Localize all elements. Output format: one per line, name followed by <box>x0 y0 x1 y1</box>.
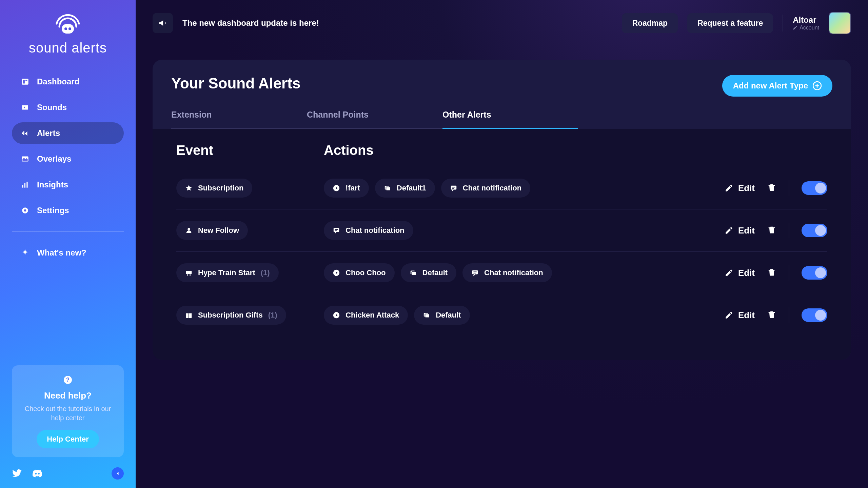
play-icon <box>333 269 340 277</box>
tab-extension[interactable]: Extension <box>171 104 307 129</box>
help-box: ? Need help? Check out the tutorials in … <box>12 365 124 457</box>
action-chip[interactable]: Chat notification <box>324 221 413 240</box>
avatar[interactable] <box>829 12 851 34</box>
event-chip[interactable]: Subscription Gifts(1) <box>176 306 286 325</box>
event-chip[interactable]: Subscription <box>176 179 252 198</box>
discord-icon[interactable] <box>32 468 42 479</box>
rows-container: Subscription!fartDefault1Chat notificati… <box>176 167 827 336</box>
svg-rect-7 <box>22 185 23 188</box>
brand-logo-icon <box>54 12 82 34</box>
action-label: Choo Choo <box>346 268 386 277</box>
account-link[interactable]: Account <box>793 25 819 31</box>
overlays-icon <box>21 155 29 163</box>
gear-icon <box>21 206 29 215</box>
delete-button[interactable] <box>767 225 776 236</box>
action-chip[interactable]: Chat notification <box>462 263 552 282</box>
sidebar-item-label: Overlays <box>37 154 71 164</box>
event-chip[interactable]: Hype Train Start(1) <box>176 263 279 282</box>
tab-other-alerts[interactable]: Other Alerts <box>442 104 578 129</box>
action-chip[interactable]: Default1 <box>375 179 435 198</box>
sidebar-item-label: Insights <box>37 180 68 189</box>
action-label: Default <box>422 268 448 277</box>
svg-rect-0 <box>62 24 74 34</box>
chat-icon <box>333 227 340 234</box>
alerts-icon <box>21 129 29 138</box>
sidebar: sound alerts Dashboard Sounds Alerts Ove… <box>0 0 136 488</box>
add-alert-type-button[interactable]: Add new Alert Type <box>722 75 832 97</box>
help-text: Check out the tutorials in our help cent… <box>20 404 116 423</box>
edit-icon <box>725 311 733 320</box>
tab-channel-points[interactable]: Channel Points <box>307 104 442 129</box>
trash-icon <box>767 225 776 235</box>
svg-rect-30 <box>189 313 189 318</box>
twitter-icon[interactable] <box>12 468 22 479</box>
sidebar-item-label: Alerts <box>37 128 60 138</box>
action-label: Default1 <box>397 184 426 192</box>
separator <box>789 180 789 196</box>
svg-point-2 <box>68 27 71 30</box>
column-headings: Event Actions <box>176 143 827 158</box>
delete-button[interactable] <box>767 267 776 278</box>
sidebar-item-whats-new[interactable]: What's new? <box>12 242 124 264</box>
edit-button[interactable]: Edit <box>725 310 755 321</box>
action-chip[interactable]: Choo Choo <box>324 263 395 282</box>
sidebar-item-dashboard[interactable]: Dashboard <box>12 71 124 93</box>
action-label: Default <box>436 311 461 320</box>
event-count: (1) <box>261 268 270 277</box>
action-label: Chat notification <box>484 268 543 277</box>
event-label: New Follow <box>198 226 239 235</box>
dashboard-icon <box>21 77 29 86</box>
help-center-button[interactable]: Help Center <box>37 430 99 448</box>
sidebar-item-label: What's new? <box>37 248 86 258</box>
help-title: Need help? <box>20 390 116 401</box>
sidebar-item-sounds[interactable]: Sounds <box>12 97 124 118</box>
sparkle-icon <box>21 248 29 257</box>
sidebar-item-label: Sounds <box>37 103 67 112</box>
collapse-sidebar-button[interactable] <box>112 467 124 480</box>
svg-point-19 <box>188 228 190 230</box>
toggle[interactable] <box>802 266 827 280</box>
table-row: New FollowChat notificationEdit <box>176 209 827 251</box>
edit-button[interactable]: Edit <box>725 225 755 236</box>
main: The new dashboard update is here! Roadma… <box>136 0 868 488</box>
alerts-panel: Your Sound Alerts Extension Channel Poin… <box>153 60 851 360</box>
sidebar-item-settings[interactable]: Settings <box>12 200 124 221</box>
panel-title: Your Sound Alerts <box>171 75 578 92</box>
table-row: Subscription!fartDefault1Chat notificati… <box>176 167 827 209</box>
action-chip[interactable]: Default <box>414 306 470 325</box>
svg-point-1 <box>64 27 67 30</box>
svg-point-23 <box>190 274 191 276</box>
table-row: Subscription Gifts(1)Chicken AttackDefau… <box>176 294 827 336</box>
action-label: !fart <box>346 184 360 192</box>
toggle[interactable] <box>802 308 827 322</box>
svg-rect-17 <box>386 187 390 190</box>
play-icon <box>333 184 340 192</box>
event-chip[interactable]: New Follow <box>176 221 248 240</box>
action-chip[interactable]: Chat notification <box>441 179 531 198</box>
sidebar-item-label: Dashboard <box>37 77 79 86</box>
request-feature-button[interactable]: Request a feature <box>687 13 773 33</box>
edit-icon <box>725 268 733 277</box>
action-chip[interactable]: Default <box>401 263 457 282</box>
roadmap-button[interactable]: Roadmap <box>622 13 678 33</box>
sidebar-item-insights[interactable]: Insights <box>12 174 124 196</box>
toggle[interactable] <box>802 181 827 195</box>
svg-rect-33 <box>425 314 430 318</box>
user-info[interactable]: Altoar Account <box>793 15 819 31</box>
edit-button[interactable]: Edit <box>725 183 755 194</box>
username: Altoar <box>793 15 819 25</box>
panel-header: Your Sound Alerts Extension Channel Poin… <box>153 60 851 129</box>
event-icon <box>185 269 193 277</box>
delete-button[interactable] <box>767 183 776 194</box>
action-chip[interactable]: Chicken Attack <box>324 306 408 325</box>
delete-button[interactable] <box>767 310 776 321</box>
toggle[interactable] <box>802 224 827 237</box>
edit-button[interactable]: Edit <box>725 268 755 278</box>
sidebar-item-alerts[interactable]: Alerts <box>12 122 124 144</box>
trash-icon <box>767 267 776 277</box>
svg-rect-4 <box>23 80 25 84</box>
action-chip[interactable]: !fart <box>324 179 369 198</box>
sidebar-item-overlays[interactable]: Overlays <box>12 148 124 170</box>
action-label: Chat notification <box>346 226 405 235</box>
sidebar-item-label: Settings <box>37 206 69 215</box>
